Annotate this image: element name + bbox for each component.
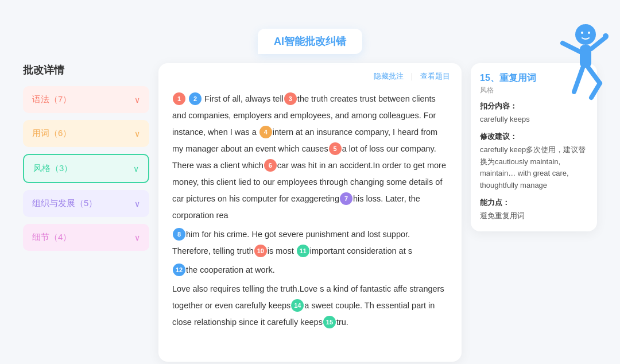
chevron-icon: ∨ [134,129,140,138]
center-column: 隐藏批注 ｜ 查看题目 1 2 First of all, always tel… [158,63,462,362]
center-panel: 隐藏批注 ｜ 查看题目 1 2 First of all, always tel… [158,63,462,362]
badge-11: 11 [297,245,309,257]
essay-paragraph-2: 8him for his crime. He got severe punish… [172,226,448,260]
essay-content: 1 2 First of all, always tell3the truth … [158,86,462,344]
left-panel-title: 批改详情 [23,63,149,77]
category-vocab-label: 用词（6） [32,128,71,139]
badge-14: 14 [291,299,304,312]
suggestion-title: 修改建议： [480,131,588,142]
left-panel: 批改详情 语法（7） ∨ 用词（6） ∨ 风格（3） ∨ 组织与发展（5） ∨ [23,63,149,258]
category-detail[interactable]: 细节（4） ∨ [23,224,149,251]
chevron-icon: ∨ [134,199,140,208]
svg-point-8 [581,32,583,34]
annotation-type: 风格 [480,86,588,95]
svg-point-9 [588,32,590,34]
badge-2: 2 [189,92,202,105]
badge-6: 6 [264,159,277,172]
action-divider: ｜ [408,71,416,82]
strength-title: 能力点： [480,198,588,208]
chevron-icon: ∨ [134,95,140,104]
badge-4: 4 [259,126,272,138]
suggestion-text: carefully keep多次使用，建议替换为cautiously maint… [480,144,588,192]
category-style[interactable]: 风格（3） ∨ [23,154,149,183]
svg-line-6 [588,68,600,83]
badge-8: 8 [173,228,185,241]
category-grammar-label: 语法（7） [32,94,71,105]
essay-paragraph-4: Love also requires telling the truth.Lov… [172,281,448,331]
chevron-icon: ∨ [133,164,139,173]
view-topic-link[interactable]: 查看题目 [420,71,450,82]
center-top-actions: 隐藏批注 ｜ 查看题目 [158,63,462,86]
svg-rect-1 [580,45,591,68]
badge-3: 3 [284,92,297,105]
svg-line-3 [591,37,606,49]
hide-annotation-link[interactable]: 隐藏批注 [374,71,404,82]
category-grammar[interactable]: 语法（7） ∨ [23,86,149,113]
chevron-icon: ∨ [134,233,140,242]
badge-5: 5 [329,142,342,155]
content-row: 批改详情 语法（7） ∨ 用词（6） ∨ 风格（3） ∨ 组织与发展（5） ∨ [23,63,597,362]
svg-line-2 [563,43,580,52]
category-vocab[interactable]: 用词（6） ∨ [23,120,149,147]
badge-1: 1 [173,92,185,105]
badge-10: 10 [254,245,267,257]
category-detail-label: 细节（4） [32,232,71,243]
badge-15: 15 [323,316,336,328]
deduction-text: carefully keeps [480,114,588,126]
page-wrapper: AI智能批改纠错 批改详情 语法（7） ∨ 用词（6） ∨ 风格（3） ∨ [23,29,597,362]
strength-text: 避免重复用词 [480,210,588,222]
svg-line-7 [591,83,600,98]
essay-paragraph-3: 12the cooperation at work. [172,262,448,278]
essay-paragraph-1: 1 2 First of all, always tell3the truth … [172,91,448,224]
category-org[interactable]: 组织与发展（5） ∨ [23,190,149,217]
annotation-number: 15、重复用词 [480,72,588,84]
category-style-label: 风格（3） [33,163,72,174]
main-container: AI智能批改纠错 批改详情 语法（7） ∨ 用词（6） ∨ 风格（3） ∨ [0,11,620,364]
category-org-label: 组织与发展（5） [32,198,97,209]
bubble-title: AI智能批改纠错 [258,29,362,54]
svg-point-0 [575,24,596,45]
svg-point-4 [603,33,609,39]
badge-7: 7 [340,192,352,205]
right-panel: 15、重复用词 风格 扣分内容： carefully keeps 修改建议： c… [471,63,597,231]
deduction-title: 扣分内容： [480,101,588,111]
bubble-title-wrapper: AI智能批改纠错 [258,29,362,54]
badge-12: 12 [173,264,185,276]
